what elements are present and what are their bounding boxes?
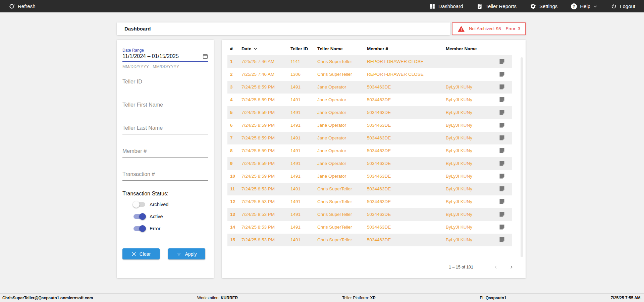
- transaction-number-field: [122, 171, 208, 181]
- toggle-switch[interactable]: [133, 202, 145, 207]
- nav-dashboard-label: Dashboard: [438, 3, 463, 9]
- gear-icon: [530, 3, 536, 9]
- date-range-input[interactable]: [122, 53, 202, 60]
- workstation-label: Workstation:: [197, 296, 219, 300]
- teller-id-field: [122, 78, 208, 88]
- row-teller-name: Jane Operator: [315, 144, 364, 157]
- row-member-name: ByLyJI KUNy: [443, 106, 493, 119]
- row-date: 7/24/25 8:59 PM: [239, 106, 288, 119]
- note-icon[interactable]: [499, 212, 505, 217]
- fi-info: FI: Qaxpauto1: [480, 296, 506, 300]
- table-row[interactable]: 7 7/24/25 8:59 PM 1491 Jane Operator 503…: [227, 132, 512, 144]
- row-member-name: ByLyJI KUNy: [443, 170, 493, 183]
- table-body: 1 7/25/25 7:46 AM 1141 Chris SuperTeller…: [227, 55, 512, 246]
- nav-settings[interactable]: Settings: [530, 3, 557, 9]
- nav-help[interactable]: ? Help: [571, 3, 597, 9]
- table-row[interactable]: 8 7/24/25 8:59 PM 1491 Jane Operator 503…: [227, 144, 512, 157]
- note-icon[interactable]: [499, 224, 505, 230]
- status-toggle[interactable]: Archived: [133, 200, 208, 209]
- clear-button[interactable]: Clear: [122, 248, 160, 259]
- teller-last-name-field: [122, 124, 208, 134]
- main-content: Dashboard Not Archived: 98 Error: 3 Date…: [117, 22, 526, 278]
- table-row[interactable]: 3 7/24/25 8:59 PM 1491 Jane Operator 503…: [227, 81, 512, 94]
- row-actions: [493, 68, 512, 81]
- table-row[interactable]: 11 7/24/25 8:53 PM 1491 Chris SuperTelle…: [227, 183, 512, 195]
- fi-value: Qaxpauto1: [486, 296, 506, 300]
- teller-platform-info: Teller Platform: XP: [342, 296, 375, 300]
- note-icon[interactable]: [499, 97, 505, 103]
- table-row[interactable]: 10 7/24/25 8:59 PM 1491 Jane Operator 50…: [227, 170, 512, 183]
- teller-id-input[interactable]: [122, 78, 208, 85]
- filters-panel: Date Range MM/DD/YYYY - MM/DD/YYYY: [117, 40, 214, 278]
- row-actions: [493, 119, 512, 132]
- workstation-value: KURRER: [221, 296, 238, 300]
- transaction-number-input[interactable]: [122, 171, 208, 178]
- note-icon[interactable]: [499, 161, 505, 166]
- previous-page-button[interactable]: [491, 263, 500, 271]
- row-teller-name: Chris SuperTeller: [315, 68, 364, 81]
- teller-first-name-field: [122, 101, 208, 111]
- row-teller-id: 1491: [288, 183, 315, 195]
- row-actions: [493, 106, 512, 119]
- toggle-switch[interactable]: [133, 214, 145, 219]
- table-row[interactable]: 1 7/25/25 7:46 AM 1141 Chris SuperTeller…: [227, 55, 512, 68]
- toggle-switch[interactable]: [133, 226, 145, 231]
- row-number: 15: [227, 234, 239, 246]
- chevron-left-icon: [494, 265, 498, 269]
- row-number: 13: [227, 208, 239, 221]
- body-row: Date Range MM/DD/YYYY - MM/DD/YYYY: [117, 40, 526, 278]
- table-row[interactable]: 4 7/24/25 8:59 PM 1491 Jane Operator 503…: [227, 94, 512, 106]
- row-teller-id: 1491: [288, 132, 315, 144]
- alert-badge[interactable]: Not Archived: 98 Error: 3: [452, 22, 526, 35]
- row-number: 1: [227, 55, 239, 68]
- status-toggle[interactable]: Active: [133, 212, 208, 221]
- row-number: 4: [227, 94, 239, 106]
- status-toggle[interactable]: Error: [133, 224, 208, 233]
- report-icon: [477, 3, 483, 9]
- row-date: 7/24/25 8:59 PM: [239, 94, 288, 106]
- table-row[interactable]: 6 7/24/25 8:59 PM 1491 Jane Operator 503…: [227, 119, 512, 132]
- refresh-button[interactable]: Refresh: [9, 3, 36, 9]
- table-row[interactable]: 13 7/24/25 8:53 PM 1491 Chris SuperTelle…: [227, 208, 512, 221]
- table-row[interactable]: 14 7/24/25 8:53 PM 1491 Chris SuperTelle…: [227, 221, 512, 234]
- note-icon[interactable]: [499, 110, 505, 115]
- row-actions: [493, 81, 512, 94]
- note-icon[interactable]: [499, 199, 505, 204]
- table-row[interactable]: 9 7/24/25 8:59 PM 1491 Jane Operator 503…: [227, 157, 512, 170]
- note-icon[interactable]: [499, 148, 505, 154]
- row-teller-id: 1491: [288, 170, 315, 183]
- note-icon[interactable]: [499, 237, 505, 243]
- note-icon[interactable]: [499, 84, 505, 90]
- table-row[interactable]: 5 7/24/25 8:59 PM 1491 Jane Operator 503…: [227, 106, 512, 119]
- row-teller-id: 1141: [288, 55, 315, 68]
- member-number-input[interactable]: [122, 147, 208, 155]
- row-number: 10: [227, 170, 239, 183]
- col-header-number: #: [227, 43, 239, 55]
- note-icon[interactable]: [499, 135, 505, 141]
- nav-teller-reports[interactable]: Teller Reports: [477, 3, 517, 9]
- row-member-number: REPORT-DRAWER CLOSE: [364, 55, 443, 68]
- table-row[interactable]: 2 7/25/25 7:46 AM 1306 Chris SuperTeller…: [227, 68, 512, 81]
- row-date: 7/24/25 8:59 PM: [239, 144, 288, 157]
- table-scrollbar[interactable]: [521, 57, 523, 257]
- teller-first-name-input[interactable]: [122, 101, 208, 109]
- note-icon[interactable]: [499, 173, 505, 179]
- row-date: 7/24/25 8:59 PM: [239, 132, 288, 144]
- note-icon[interactable]: [499, 59, 505, 64]
- help-icon: ?: [571, 3, 577, 9]
- calendar-icon[interactable]: [202, 53, 208, 59]
- apply-button[interactable]: Apply: [168, 248, 205, 259]
- teller-last-name-input[interactable]: [122, 124, 208, 132]
- table-row[interactable]: 12 7/24/25 8:53 PM 1491 Chris SuperTelle…: [227, 195, 512, 208]
- row-date: 7/24/25 8:53 PM: [239, 195, 288, 208]
- nav-dashboard[interactable]: Dashboard: [429, 3, 463, 9]
- teller-platform-label: Teller Platform:: [342, 296, 369, 300]
- nav-logout[interactable]: Logout: [611, 3, 635, 9]
- note-icon[interactable]: [499, 186, 505, 192]
- note-icon[interactable]: [499, 122, 505, 128]
- next-page-button[interactable]: [507, 263, 516, 271]
- col-header-date[interactable]: Date: [239, 43, 288, 55]
- table-row[interactable]: 15 7/24/25 8:53 PM 1491 Chris SuperTelle…: [227, 234, 512, 246]
- note-icon[interactable]: [499, 71, 505, 77]
- row-member-number: 5034463DE: [364, 170, 443, 183]
